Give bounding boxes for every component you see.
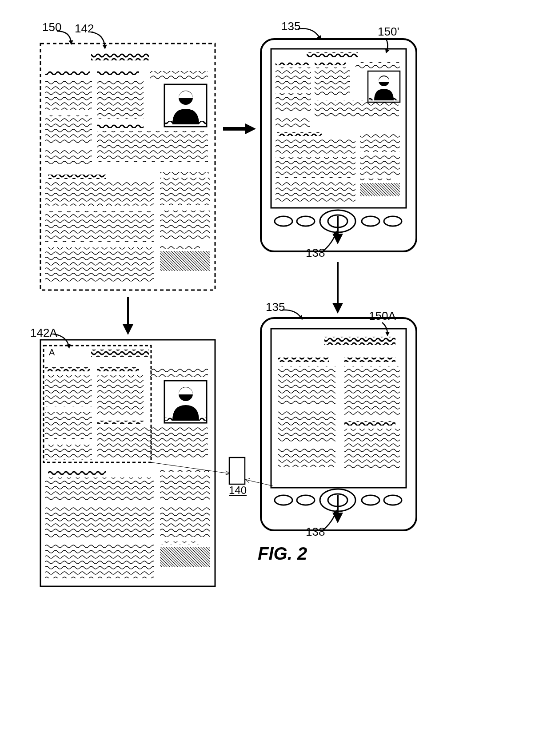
svg-rect-43	[360, 179, 391, 181]
svg-rect-40	[276, 180, 355, 203]
ref-150prime: 150'	[378, 25, 399, 38]
svg-rect-58	[45, 412, 92, 439]
svg-rect-38	[276, 138, 355, 155]
svg-rect-19	[160, 178, 210, 205]
svg-rect-36	[276, 116, 310, 127]
svg-rect-78	[324, 337, 395, 345]
svg-rect-1	[91, 53, 149, 60]
svg-rect-75	[160, 547, 210, 567]
device-bottom-right	[261, 318, 416, 530]
svg-rect-72	[160, 474, 210, 501]
svg-point-89	[362, 495, 379, 505]
ref-138-bottom: 138	[306, 525, 325, 538]
svg-rect-41	[360, 132, 400, 152]
svg-rect-30	[315, 68, 350, 96]
svg-rect-27	[315, 62, 346, 65]
svg-rect-37	[277, 132, 322, 136]
figure-title: FIG. 2	[258, 544, 307, 563]
svg-rect-26	[276, 62, 309, 65]
svg-rect-31	[355, 62, 400, 69]
svg-rect-71	[160, 469, 209, 472]
svg-rect-55	[45, 367, 90, 371]
svg-rect-17	[45, 247, 154, 282]
svg-rect-28	[276, 68, 311, 91]
svg-rect-22	[160, 251, 210, 271]
page-top-left	[40, 44, 215, 290]
svg-rect-2	[45, 71, 90, 75]
svg-rect-68	[45, 477, 154, 502]
svg-rect-94	[229, 458, 245, 484]
svg-rect-62	[97, 427, 208, 458]
ref-135-bottom: 135	[266, 300, 285, 314]
photo-person-top-left	[164, 84, 207, 127]
svg-rect-69	[45, 507, 154, 538]
photo-person-device-top	[368, 71, 400, 102]
svg-rect-67	[48, 471, 106, 475]
svg-point-90	[384, 495, 402, 505]
svg-rect-85	[344, 421, 395, 426]
svg-rect-15	[45, 181, 154, 206]
svg-rect-74	[160, 541, 200, 545]
ref-150: 150	[42, 20, 61, 34]
svg-rect-84	[344, 366, 400, 415]
svg-rect-5	[45, 115, 92, 143]
svg-rect-20	[160, 211, 210, 241]
svg-rect-14	[48, 175, 106, 179]
ref-142: 142	[75, 22, 94, 35]
svg-rect-21	[160, 245, 200, 249]
device-top-right	[261, 39, 416, 251]
svg-rect-6	[45, 148, 92, 164]
svg-rect-57	[45, 375, 92, 406]
ref-140: 140	[229, 484, 247, 496]
svg-rect-9	[97, 131, 208, 162]
ref-135-top: 135	[281, 20, 300, 33]
svg-rect-7	[97, 79, 144, 119]
svg-rect-61	[97, 421, 144, 424]
svg-rect-44	[360, 183, 400, 196]
svg-point-88	[297, 495, 315, 505]
svg-rect-13	[165, 121, 206, 124]
svg-point-87	[275, 495, 292, 505]
svg-point-46	[297, 216, 315, 226]
svg-rect-63	[150, 367, 208, 377]
svg-rect-4	[45, 79, 92, 110]
svg-rect-42	[360, 155, 400, 176]
svg-rect-54	[91, 350, 149, 357]
ref-142A: 142A	[30, 326, 57, 339]
svg-point-45	[275, 216, 292, 226]
svg-rect-70	[45, 544, 154, 578]
svg-rect-56	[97, 367, 139, 371]
svg-rect-25	[307, 52, 358, 57]
svg-rect-80	[344, 358, 395, 362]
svg-rect-83	[278, 449, 335, 467]
letter-A: A	[49, 347, 55, 357]
ref-138-top: 138	[306, 246, 325, 259]
svg-rect-3	[97, 71, 139, 75]
svg-rect-10	[150, 71, 208, 81]
ref-150A: 150A	[369, 309, 396, 322]
svg-rect-8	[97, 124, 144, 128]
mapping-box-140: 140	[229, 458, 247, 496]
svg-rect-18	[160, 172, 209, 176]
svg-rect-81	[278, 366, 335, 404]
svg-rect-79	[278, 358, 329, 362]
svg-rect-35	[315, 100, 399, 118]
svg-rect-16	[45, 211, 154, 242]
svg-rect-39	[276, 157, 355, 178]
svg-rect-82	[278, 410, 335, 443]
patent-figure-2: 150 142	[0, 0, 551, 756]
svg-rect-66	[165, 417, 206, 421]
svg-rect-86	[344, 429, 400, 469]
svg-rect-29	[276, 93, 311, 113]
svg-rect-60	[97, 375, 144, 415]
photo-person-bottom-left	[164, 381, 207, 423]
svg-point-47	[362, 216, 379, 226]
page-bottom-left: A	[40, 340, 215, 586]
svg-point-48	[384, 216, 402, 226]
svg-rect-73	[160, 507, 210, 537]
svg-rect-59	[45, 445, 92, 460]
